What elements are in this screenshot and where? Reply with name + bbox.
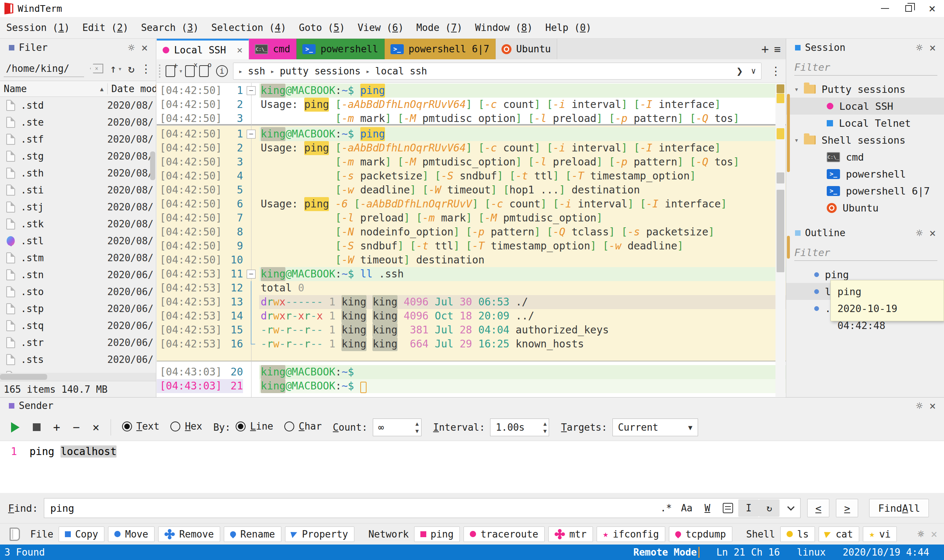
- toolbar-button-ping[interactable]: ping: [414, 526, 460, 542]
- file-row-stp[interactable]: .stp2020/06/: [0, 300, 156, 317]
- delete-icon[interactable]: ×: [93, 420, 100, 434]
- fold-marker-icon[interactable]: −: [247, 86, 256, 95]
- up-directory-icon[interactable]: ↑: [110, 62, 117, 75]
- toolbar-button-traceroute[interactable]: traceroute: [464, 526, 544, 542]
- menu-item-goto[interactable]: Goto (5): [292, 17, 351, 38]
- breadcrumb-dropdown-icon[interactable]: ∨: [751, 66, 756, 75]
- file-row[interactable]: [0, 368, 156, 373]
- file-row-stl[interactable]: .stl2020/08/: [0, 232, 156, 249]
- highlight-icon[interactable]: I: [738, 499, 759, 517]
- breadcrumb-item-local-ssh[interactable]: local ssh: [375, 66, 427, 77]
- fold-gutter[interactable]: −: [243, 127, 259, 141]
- outline-settings-icon[interactable]: ☼: [916, 226, 922, 240]
- file-row-stf[interactable]: .stf2020/08/: [0, 131, 156, 148]
- session-settings-icon[interactable]: ☼: [916, 41, 922, 54]
- toolbar-button-move[interactable]: Move: [108, 526, 154, 542]
- outline-filter-input[interactable]: Filter: [794, 247, 937, 261]
- clear-path-icon[interactable]: ×: [90, 64, 103, 73]
- toolbar-button-property[interactable]: Property: [285, 526, 354, 542]
- file-row-stn[interactable]: .stn2020/06/: [0, 266, 156, 283]
- count-spinner-arrows[interactable]: ▲▼: [416, 420, 419, 434]
- column-name[interactable]: Name▲: [0, 83, 107, 94]
- menu-item-help[interactable]: Help (0): [539, 17, 598, 38]
- toolbar-button-remove[interactable]: Remove: [158, 526, 220, 542]
- radio-text[interactable]: Text: [122, 421, 171, 432]
- file-row-stm[interactable]: .stm2020/08/: [0, 249, 156, 266]
- file-row-std[interactable]: .std2020/08/: [0, 97, 156, 114]
- interval-spinner-arrows[interactable]: ▲▼: [543, 420, 546, 434]
- breadcrumb-item-putty-sessions[interactable]: putty sessions: [280, 66, 361, 77]
- sidebar-scrollbar-thumb[interactable]: [787, 94, 790, 172]
- toolbar-menu-icon[interactable]: ⋮: [770, 65, 781, 77]
- targets-dropdown[interactable]: Current ▼: [612, 418, 698, 436]
- toolbar-close-icon[interactable]: ×: [931, 528, 937, 540]
- outline-scrollbar-thumb[interactable]: [787, 236, 790, 258]
- menu-item-view[interactable]: View (6): [352, 17, 410, 38]
- menu-item-edit[interactable]: Edit (2): [76, 17, 134, 38]
- radio-hex[interactable]: Hex: [170, 421, 213, 432]
- session-close-icon[interactable]: ×: [929, 41, 936, 54]
- toolbar-button-ls[interactable]: ls: [780, 526, 815, 542]
- session-item-putty-sessions[interactable]: ▾Putty sessions: [786, 81, 944, 98]
- whole-word-icon[interactable]: W: [697, 499, 717, 517]
- tab-close-icon[interactable]: ×: [237, 44, 243, 55]
- radio-line[interactable]: Line: [236, 421, 284, 432]
- scrollbar-thumb[interactable]: [777, 172, 784, 183]
- file-row-stk[interactable]: .stk2020/08/: [0, 215, 156, 232]
- more-options-icon[interactable]: [779, 499, 800, 517]
- filer-vscrollbar-thumb[interactable]: [150, 151, 155, 180]
- info-icon[interactable]: i: [216, 65, 228, 77]
- file-row-stg[interactable]: .stg2020/08/: [0, 148, 156, 165]
- datetime[interactable]: 2020/10/19 4:44: [842, 547, 929, 558]
- refresh-icon[interactable]: ↻: [128, 62, 134, 75]
- session-item-local-ssh[interactable]: Local SSH: [786, 98, 944, 115]
- toolbar-button-vi[interactable]: ★vi: [863, 526, 897, 542]
- filer-hscrollbar-thumb[interactable]: [0, 374, 47, 380]
- terminal-scrollbar[interactable]: [776, 83, 785, 397]
- new-tab-button[interactable]: +: [761, 42, 768, 56]
- close-session-icon[interactable]: [185, 65, 195, 77]
- terminal-body[interactable]: [04:42:50]1−king@MACBOOK:~$ ping[04:42:5…: [157, 83, 786, 397]
- up-directory-dropdown-icon[interactable]: ▾: [118, 65, 122, 72]
- menu-item-selection[interactable]: Selection (4): [205, 17, 293, 38]
- in-selection-icon[interactable]: [717, 499, 738, 517]
- find-input[interactable]: ping .*AaWI↻: [44, 498, 801, 518]
- count-spinner[interactable]: ∞ ▲▼: [373, 418, 421, 436]
- tab-local-ssh[interactable]: Local SSH×: [157, 39, 249, 59]
- file-row-str[interactable]: .str2020/06/: [0, 334, 156, 351]
- breadcrumb-item-ssh[interactable]: ssh: [248, 66, 265, 77]
- wrap-around-icon[interactable]: ↻: [759, 499, 779, 517]
- toolbar-button-copy[interactable]: Copy: [59, 526, 105, 542]
- filer-menu-icon[interactable]: ⋮: [140, 62, 151, 75]
- toolbar-settings-icon[interactable]: ☼: [918, 528, 924, 540]
- scrollbar-thumb[interactable]: [777, 190, 784, 272]
- session-item-cmd[interactable]: C:\_cmd: [786, 148, 944, 165]
- stop-icon[interactable]: [33, 423, 40, 431]
- find-next-button[interactable]: >: [836, 499, 858, 517]
- file-row-sto[interactable]: .sto2020/06/: [0, 283, 156, 300]
- new-session-icon[interactable]: [165, 65, 175, 77]
- toolbar-button-tcpdump[interactable]: tcpdump: [669, 526, 732, 542]
- menu-item-search[interactable]: Search (3): [134, 17, 205, 38]
- fold-marker-icon[interactable]: −: [247, 130, 256, 138]
- session-item-powershell-6-7[interactable]: >_powershell 6|7: [786, 182, 944, 199]
- regex-icon[interactable]: .*: [656, 499, 676, 517]
- drag-handle[interactable]: [159, 65, 160, 78]
- session-filter-input[interactable]: Filter: [794, 62, 937, 75]
- breadcrumb[interactable]: ▸ssh▸putty sessions▸local ssh❯∨: [233, 63, 762, 80]
- tree-expand-icon[interactable]: ▾: [789, 85, 804, 94]
- tab-powershell[interactable]: >_powershell: [296, 39, 385, 59]
- session-item-ubuntu[interactable]: Ubuntu: [786, 199, 944, 216]
- new-session-dropdown-icon[interactable]: ▾: [179, 67, 183, 75]
- file-row-sth[interactable]: .sth2020/08/: [0, 165, 156, 182]
- add-icon[interactable]: +: [53, 420, 60, 434]
- interval-spinner[interactable]: 1.00s ▲▼: [490, 418, 549, 436]
- remove-icon[interactable]: −: [72, 420, 80, 434]
- tab-ubuntu[interactable]: Ubuntu: [495, 39, 557, 59]
- menu-item-session[interactable]: Session (1): [0, 17, 76, 38]
- toolbar-button-mtr[interactable]: mtr: [548, 526, 593, 542]
- fold-marker-icon[interactable]: −: [247, 270, 256, 278]
- cursor-position[interactable]: Ln 21 Ch 16: [716, 547, 780, 558]
- find-previous-button[interactable]: <: [807, 499, 829, 517]
- file-row-sti[interactable]: .sti2020/08/: [0, 182, 156, 198]
